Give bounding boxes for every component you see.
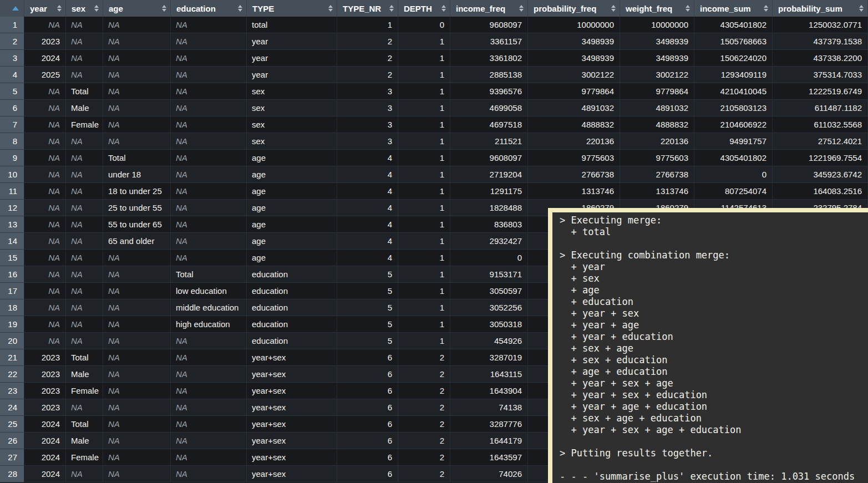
cell-TYPE_NR: 5: [337, 299, 398, 316]
sort-toggle-icon[interactable]: [859, 5, 864, 12]
cell-age: NA: [103, 299, 171, 316]
cell-weight_freq: 3498939: [620, 33, 694, 50]
cell-age: 65 and older: [103, 233, 171, 250]
sort-toggle-icon[interactable]: [328, 5, 333, 12]
sort-toggle-icon[interactable]: [57, 5, 62, 12]
sort-toggle-icon[interactable]: [94, 5, 99, 12]
column-label: probability_sum: [778, 4, 842, 13]
sort-up-icon: [57, 5, 62, 8]
cell-education: middle education: [171, 299, 247, 316]
cell-TYPE: year: [247, 50, 337, 67]
sort-toggle-icon[interactable]: [519, 5, 524, 12]
cell-age: NA: [103, 17, 171, 33]
column-header-year[interactable]: year: [24, 0, 66, 17]
cell-probability_sum: 1222519.6749: [773, 83, 868, 100]
cell-year: NA: [24, 216, 66, 233]
cell-DEPTH: 1: [398, 116, 450, 133]
sort-up-icon: [859, 5, 864, 8]
column-header-education[interactable]: education: [171, 0, 247, 17]
cell-sex: NA: [66, 67, 103, 83]
cell-DEPTH: 1: [398, 67, 450, 83]
column-label: TYPE_NR: [343, 4, 381, 13]
column-header-TYPE_NR[interactable]: TYPE_NR: [337, 0, 398, 17]
column-label: probability_freq: [534, 4, 596, 13]
cell-TYPE: year: [247, 67, 337, 83]
sort-toggle-icon[interactable]: [389, 5, 394, 12]
cell-DEPTH: 2: [398, 416, 450, 433]
cell-DEPTH: 1: [398, 233, 450, 250]
cell-year: NA: [24, 200, 66, 216]
cell-year: NA: [24, 116, 66, 133]
cell-TYPE: year+sex: [247, 433, 337, 449]
cell-year: NA: [24, 299, 66, 316]
cell-age: NA: [103, 333, 171, 349]
sort-down-icon: [94, 9, 99, 12]
sort-toggle-icon[interactable]: [162, 5, 166, 12]
column-header-probability_freq[interactable]: probability_freq: [528, 0, 620, 17]
cell-DEPTH: 1: [398, 283, 450, 299]
table-row: 9NANATotalNAage4196080979775603977560343…: [0, 150, 868, 166]
sort-toggle-icon[interactable]: [764, 5, 768, 12]
cell-income_sum: 807254074: [694, 183, 773, 200]
column-header-rownum[interactable]: [0, 0, 24, 17]
row-number: 28: [0, 466, 24, 482]
cell-education: NA: [171, 100, 247, 116]
cell-sex: NA: [66, 17, 103, 33]
cell-year: NA: [24, 183, 66, 200]
cell-income_freq: 3361157: [450, 33, 528, 50]
column-header-DEPTH[interactable]: DEPTH: [398, 0, 450, 17]
cell-probability_sum: 437379.1538: [773, 33, 868, 50]
cell-TYPE_NR: 5: [337, 333, 398, 349]
console-panel[interactable]: > Executing merge: + total > Executing c…: [548, 208, 868, 483]
column-header-income_sum[interactable]: income_sum: [694, 0, 773, 17]
cell-income_freq: 3050597: [450, 283, 528, 299]
cell-sex: NA: [66, 166, 103, 183]
cell-TYPE_NR: 6: [337, 433, 398, 449]
row-number: 25: [0, 416, 24, 433]
cell-education: NA: [171, 166, 247, 183]
cell-education: NA: [171, 33, 247, 50]
table-header: yearsexageeducationTYPETYPE_NRDEPTHincom…: [0, 0, 868, 17]
row-number: 3: [0, 50, 24, 67]
column-header-TYPE[interactable]: TYPE: [247, 0, 337, 17]
sort-down-icon: [611, 9, 616, 12]
cell-TYPE_NR: 6: [337, 416, 398, 433]
cell-income_freq: 9153171: [450, 266, 528, 283]
cell-education: NA: [171, 50, 247, 67]
cell-sex: NA: [66, 50, 103, 67]
column-header-probability_sum[interactable]: probability_sum: [773, 0, 868, 17]
cell-age: NA: [103, 133, 171, 150]
column-header-age[interactable]: age: [103, 0, 171, 17]
column-header-weight_freq[interactable]: weight_freq: [620, 0, 694, 17]
sort-up-icon: [238, 5, 242, 8]
sort-up-icon: [686, 5, 690, 8]
cell-year: 2025: [24, 67, 66, 83]
cell-age: NA: [103, 366, 171, 383]
cell-TYPE_NR: 3: [337, 83, 398, 100]
cell-year: NA: [24, 83, 66, 100]
cell-income_freq: 4699058: [450, 100, 528, 116]
cell-education: NA: [171, 183, 247, 200]
row-number: 13: [0, 216, 24, 233]
sort-toggle-icon[interactable]: [611, 5, 616, 12]
cell-weight_freq: 4891032: [620, 100, 694, 116]
cell-TYPE: education: [247, 333, 337, 349]
cell-income_freq: 1643597: [450, 449, 528, 466]
sort-ascending-icon[interactable]: [12, 6, 19, 11]
cell-DEPTH: 1: [398, 100, 450, 116]
cell-weight_freq: 3498939: [620, 50, 694, 67]
sort-toggle-icon[interactable]: [238, 5, 242, 12]
cell-income_sum: 1293409119: [694, 67, 773, 83]
column-header-sex[interactable]: sex: [66, 0, 103, 17]
cell-age: NA: [103, 416, 171, 433]
column-label: income_sum: [700, 4, 751, 13]
cell-year: 2024: [24, 466, 66, 482]
sort-toggle-icon[interactable]: [686, 5, 690, 12]
cell-DEPTH: 1: [398, 150, 450, 166]
row-number: 5: [0, 83, 24, 100]
cell-TYPE: age: [247, 166, 337, 183]
cell-sex: NA: [66, 299, 103, 316]
column-header-income_freq[interactable]: income_freq: [450, 0, 528, 17]
sort-toggle-icon[interactable]: [441, 5, 446, 12]
row-number: 2: [0, 33, 24, 50]
